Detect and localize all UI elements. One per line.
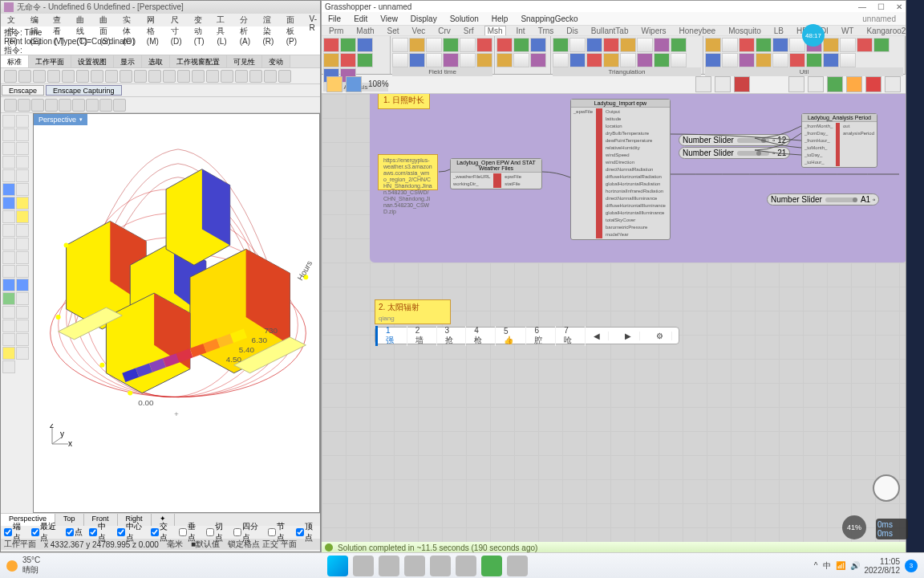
misc2-icon[interactable] — [16, 347, 29, 360]
cat-mosquito[interactable]: Mosquito — [726, 26, 764, 35]
port-out[interactable]: relativeHumidity — [604, 144, 667, 152]
status-layer[interactable]: 工作平面 — [4, 539, 36, 550]
comp-icon[interactable] — [739, 53, 755, 67]
cat-int[interactable]: Int — [514, 26, 528, 35]
cat-set[interactable]: Set — [385, 26, 402, 35]
port-out[interactable]: analysisPeriod — [841, 130, 876, 137]
taskbar-weather[interactable]: 35°C 晴朗 — [6, 556, 40, 576]
comp-icon[interactable] — [426, 38, 442, 52]
misc-icon[interactable] — [2, 347, 15, 360]
viewport-title[interactable]: Perspective — [34, 114, 87, 125]
menu-render[interactable]: 渲染(R) — [260, 14, 282, 26]
comp-icon[interactable] — [460, 53, 476, 67]
compass-widget[interactable] — [873, 474, 900, 502]
zoom-level[interactable]: 108% — [368, 79, 389, 88]
comp-icon[interactable] — [357, 53, 373, 67]
curve2-icon[interactable] — [16, 169, 29, 182]
port-out[interactable]: diffuseHorizontalRadiation — [604, 173, 667, 181]
port-out[interactable]: location — [604, 123, 667, 130]
misc3-icon[interactable] — [2, 360, 15, 373]
cat-lb[interactable]: LB — [772, 26, 786, 35]
tool-icon[interactable] — [221, 70, 233, 83]
layer-icon[interactable] — [16, 306, 29, 319]
comp-icon[interactable] — [772, 53, 788, 67]
line-icon[interactable] — [2, 128, 15, 141]
port-out[interactable]: modelYear — [604, 231, 667, 238]
mode-icon[interactable] — [885, 76, 901, 92]
ime-candidate[interactable]: 1 强 — [375, 326, 407, 346]
close-button[interactable]: ✕ — [896, 2, 902, 11]
mode-icon[interactable] — [846, 76, 862, 92]
enscape-tool-icon[interactable] — [113, 99, 126, 112]
osnap-vert[interactable]: 顶点 — [296, 521, 317, 543]
comp-icon[interactable] — [586, 38, 602, 52]
cat-srf[interactable]: Srf — [461, 26, 476, 35]
tool-icon[interactable] — [192, 70, 205, 83]
port-out[interactable]: dryBulbTemperature — [604, 130, 667, 137]
enscape-tool-icon[interactable] — [18, 99, 30, 112]
menu-transform[interactable]: 变动(T) — [191, 14, 213, 26]
rhino-menubar[interactable]: 文件(F) 编辑(E) 查看(V) 曲线(C) 曲面(S) 实体(O) 网格(M… — [1, 14, 320, 26]
menu-file[interactable]: 文件(F) — [4, 14, 26, 26]
menu-surface[interactable]: 曲面(S) — [96, 14, 118, 26]
panel-epw-url[interactable]: https://energyplus-weather.s3.amazonaws.… — [378, 154, 438, 190]
enscape-tool-icon[interactable] — [4, 99, 17, 112]
task-icon[interactable] — [353, 556, 374, 576]
frame-icon[interactable] — [695, 76, 711, 92]
gh-menu-view[interactable]: View — [380, 14, 398, 23]
open-icon[interactable] — [18, 70, 31, 83]
comp-icon[interactable] — [443, 53, 459, 67]
rhino-toolbar-tabs[interactable]: 标准 工作平面 设置视图 显示 选取 工作视窗配置 可见性 变动 — [1, 55, 320, 68]
ime-settings-icon[interactable]: ⚙ — [648, 332, 672, 340]
port-out[interactable]: dewPointTemperature — [604, 137, 667, 144]
gh-menubar[interactable]: File Edit View Display Solution Help Sna… — [322, 12, 906, 25]
comp-icon[interactable] — [513, 38, 529, 52]
port-out[interactable]: horizontalInfraredRadiation — [604, 188, 667, 195]
cat-dis[interactable]: Dis — [564, 26, 580, 35]
rhino-titlebar[interactable]: 无命令 - Undefined 6 Undefined - [Perspecti… — [1, 1, 320, 14]
notification-badge[interactable]: 3 — [905, 560, 918, 572]
comp-icon[interactable] — [756, 53, 772, 67]
panel-note-2[interactable]: 2. 太阳辐射 qiang — [375, 299, 451, 324]
comp-icon[interactable] — [496, 53, 513, 67]
tool-icon[interactable] — [134, 70, 147, 83]
tray-date[interactable]: 2022/8/12 — [865, 566, 901, 575]
comp-icon[interactable] — [637, 53, 653, 67]
preview-icon[interactable] — [715, 76, 731, 92]
tab-transform[interactable]: 变动 — [262, 55, 290, 67]
join-icon[interactable] — [2, 238, 15, 250]
cat-bullant[interactable]: BullantTab — [589, 26, 631, 35]
port-out[interactable]: directNormalIlluminance — [604, 195, 667, 202]
sketch-icon[interactable] — [734, 76, 750, 92]
extrude-icon[interactable] — [16, 183, 29, 196]
number-slider-2[interactable]: Number Slider ◦ 21 — [679, 147, 790, 159]
gh-titlebar[interactable]: Grasshopper - unnamed — ☐ ✕ — [322, 1, 906, 12]
comp-icon[interactable] — [603, 53, 619, 67]
comp-icon[interactable] — [857, 38, 873, 52]
ime-candidate-bar[interactable]: 1 强 2 墙 3 抢 4 枪 5 👍 6 腔 7 呛 ◀ ▶ ⚙ — [375, 327, 679, 344]
boolean-icon[interactable] — [2, 279, 15, 291]
tray-time[interactable]: 11:05 — [865, 557, 901, 566]
comp-icon[interactable] — [705, 38, 721, 52]
comp-icon[interactable] — [823, 53, 839, 67]
comp-icon[interactable] — [569, 53, 586, 67]
status-default[interactable]: ■默认值 — [191, 539, 220, 550]
menu-edit[interactable]: 编辑(E) — [27, 14, 49, 26]
comp-icon[interactable] — [756, 38, 772, 52]
port-out[interactable]: windSpeed — [604, 152, 667, 159]
menu-curve[interactable]: 曲线(C) — [73, 14, 95, 26]
menu-panels[interactable]: 面板(P) — [283, 14, 305, 26]
comp-icon[interactable] — [620, 53, 636, 67]
panel-note-1[interactable]: 1. 日照时长 — [378, 94, 430, 109]
comp-icon[interactable] — [637, 38, 653, 52]
cat-prm[interactable]: Prm — [326, 26, 346, 35]
comp-icon[interactable] — [443, 38, 459, 52]
shade-icon[interactable] — [16, 320, 29, 332]
port-out[interactable]: directNormalRadiation — [604, 166, 667, 173]
tool-icon[interactable] — [163, 70, 176, 83]
gh-menu-snappinggecko[interactable]: SnappingGecko — [521, 14, 578, 23]
port-out[interactable]: diffuseHorizontalIlluminance — [604, 202, 667, 210]
mode-icon[interactable] — [827, 76, 843, 92]
port-in[interactable]: _toHour_ — [803, 159, 834, 166]
new-icon[interactable] — [4, 70, 17, 83]
